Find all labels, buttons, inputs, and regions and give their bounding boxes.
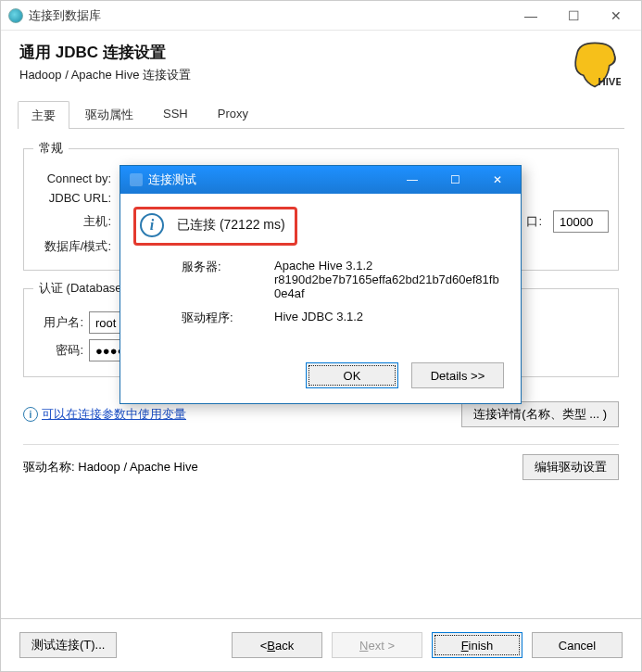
tab-main[interactable]: 主要 <box>18 101 69 129</box>
window-title: 连接到数据库 <box>29 7 510 24</box>
dialog-body: i 已连接 (72122 ms) 服务器: Apache Hive 3.1.2 … <box>120 194 521 353</box>
maximize-button[interactable]: ☐ <box>552 1 595 31</box>
dialog-maximize-button[interactable]: ☐ <box>434 166 476 194</box>
port-input[interactable] <box>553 210 609 233</box>
back-button[interactable]: < Back <box>232 632 322 658</box>
page-subtitle: Hadoop / Apache Hive 连接设置 <box>19 67 623 83</box>
jdbc-url-label: JDBC URL: <box>33 191 111 205</box>
auth-legend: 认证 (Database <box>33 280 128 297</box>
edit-driver-button[interactable]: 编辑驱动设置 <box>522 454 619 480</box>
driver-label: 驱动程序: <box>182 310 265 326</box>
tab-proxy[interactable]: Proxy <box>204 100 262 128</box>
test-connection-button[interactable]: 测试连接(T)... <box>19 632 117 658</box>
bottom-bar: 测试连接(T)... < Back Next > Finish Cancel <box>1 618 641 671</box>
dialog-message: 已连接 (72122 ms) <box>177 217 285 234</box>
database-label: 数据库/模式: <box>33 238 111 255</box>
ok-button[interactable]: OK <box>306 362 398 388</box>
app-icon <box>8 8 23 23</box>
driver-value: Hive JDBC 3.1.2 <box>274 310 504 326</box>
connection-test-dialog: 连接测试 — ☐ ✕ i 已连接 (72122 ms) 服务器: Apache … <box>120 165 522 404</box>
connect-by-label: Connect by: <box>33 171 111 185</box>
tab-ssh[interactable]: SSH <box>149 100 202 128</box>
server-value: Apache Hive 3.1.2 r8190d2be7b7165effa62b… <box>274 259 504 300</box>
close-button[interactable]: ✕ <box>595 1 637 31</box>
titlebar: 连接到数据库 — ☐ ✕ <box>1 1 641 31</box>
dialog-message-callout: i 已连接 (72122 ms) <box>133 207 297 246</box>
info-circle-icon: i <box>140 213 164 237</box>
general-legend: 常规 <box>33 140 69 157</box>
next-button: Next > <box>332 632 422 658</box>
dialog-title: 连接测试 <box>148 171 391 188</box>
driver-name-value: Hadoop / Apache Hive <box>78 460 197 474</box>
variables-link[interactable]: 可以在连接参数中使用变量 <box>42 406 186 423</box>
dialog-minimize-button[interactable]: — <box>391 166 434 194</box>
dialog-close-button[interactable]: ✕ <box>476 166 519 194</box>
driver-row: 驱动名称: Hadoop / Apache Hive 编辑驱动设置 <box>23 444 619 484</box>
details-button[interactable]: Details >> <box>411 362 504 388</box>
dialog-buttons: OK Details >> <box>120 353 521 403</box>
page-title: 通用 JDBC 连接设置 <box>19 42 623 63</box>
host-label: 主机: <box>33 213 111 230</box>
svg-text:HIVE: HIVE <box>598 76 622 87</box>
tabs: 主要 驱动属性 SSH Proxy <box>18 100 624 129</box>
header: 通用 JDBC 连接设置 Hadoop / Apache Hive 连接设置 H… <box>1 31 641 91</box>
dialog-icon <box>130 173 143 186</box>
hive-logo-icon: HIVE <box>569 38 621 90</box>
main-window: 连接到数据库 — ☐ ✕ 通用 JDBC 连接设置 Hadoop / Apach… <box>0 0 642 672</box>
connection-details-button[interactable]: 连接详情(名称、类型 ... ) <box>461 401 619 427</box>
minimize-button[interactable]: — <box>510 1 552 31</box>
dialog-details: 服务器: Apache Hive 3.1.2 r8190d2be7b7165ef… <box>182 259 504 326</box>
tab-driver-props[interactable]: 驱动属性 <box>71 100 147 128</box>
server-label: 服务器: <box>182 259 265 300</box>
driver-name-label: 驱动名称: <box>23 460 75 474</box>
dialog-titlebar: 连接测试 — ☐ ✕ <box>120 166 521 194</box>
info-icon: i <box>23 407 38 422</box>
username-label: 用户名: <box>33 314 83 331</box>
port-label: 口: <box>526 213 542 230</box>
finish-button[interactable]: Finish <box>432 632 522 658</box>
password-label: 密码: <box>33 342 83 359</box>
cancel-button[interactable]: Cancel <box>532 632 623 658</box>
